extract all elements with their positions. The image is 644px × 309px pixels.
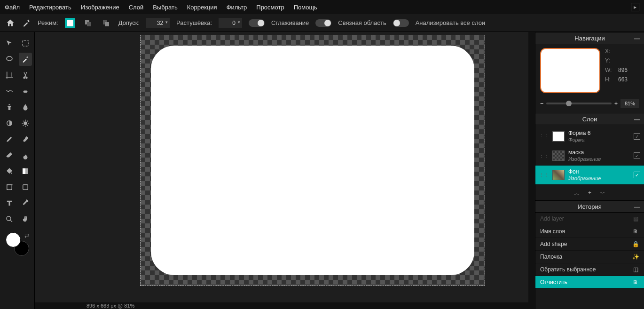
- contiguous-label: Связная область: [338, 19, 386, 26]
- canvas[interactable]: [140, 35, 485, 286]
- clone-tool[interactable]: [3, 101, 16, 114]
- hand-tool[interactable]: [19, 213, 32, 226]
- eyedropper-tool[interactable]: [19, 197, 32, 210]
- visibility-checkbox[interactable]: ✓: [634, 133, 640, 140]
- layers-title: Слои: [582, 116, 597, 123]
- zoom-in-icon[interactable]: +: [614, 100, 618, 107]
- cut-tool[interactable]: [19, 69, 32, 82]
- history-item[interactable]: Add layer▧: [535, 213, 644, 225]
- navigator-thumbnail[interactable]: [540, 48, 600, 93]
- w-label: W:: [605, 67, 614, 73]
- contiguous-toggle[interactable]: [315, 19, 331, 27]
- brush-tool[interactable]: [19, 133, 32, 146]
- svg-point-13: [7, 216, 11, 221]
- mode-add-selection[interactable]: [83, 18, 93, 28]
- history-item[interactable]: Палочка✨: [535, 251, 644, 263]
- menu-layer[interactable]: Слой: [129, 4, 144, 11]
- svg-rect-4: [23, 40, 28, 46]
- history-item[interactable]: Add shape🔒: [535, 238, 644, 251]
- history-label: Add layer: [540, 215, 564, 222]
- tolerance-input[interactable]: [146, 18, 170, 28]
- svg-rect-12: [23, 185, 28, 190]
- pencil-tool[interactable]: [3, 133, 16, 146]
- layer-item[interactable]: ⋮⋮ Форма 6Форма ✓: [535, 127, 644, 146]
- menu-adjust[interactable]: Коррекция: [187, 4, 217, 11]
- all-layers-toggle[interactable]: [393, 19, 409, 27]
- menu-select[interactable]: Выбрать: [153, 4, 177, 11]
- layer-down-icon[interactable]: ﹀: [600, 190, 605, 198]
- zoom-value[interactable]: 81%: [620, 99, 639, 108]
- minimize-icon[interactable]: —: [634, 35, 640, 42]
- menu-view[interactable]: Просмотр: [256, 4, 284, 11]
- swap-colors-icon[interactable]: ⇄: [24, 232, 29, 239]
- blur-tool[interactable]: [19, 101, 32, 114]
- zoom-tool[interactable]: [3, 213, 16, 226]
- zoom-out-icon[interactable]: −: [540, 100, 543, 107]
- layer-up-icon[interactable]: ︿: [574, 190, 580, 198]
- history-item[interactable]: Отчистить🗎: [535, 276, 644, 289]
- layer-name: Фон: [568, 168, 601, 175]
- menu-bar: Файл Редактировать Изображение Слой Выбр…: [0, 0, 644, 14]
- foreground-color[interactable]: [6, 232, 21, 247]
- layer-item[interactable]: ⋮⋮ ФонИзображение ✓: [535, 166, 644, 185]
- gradient-tool[interactable]: [19, 165, 32, 178]
- fill-tool[interactable]: [3, 165, 16, 178]
- transform-tool[interactable]: [3, 181, 16, 194]
- home-icon[interactable]: [6, 18, 15, 28]
- history-item[interactable]: Имя слоя🗎: [535, 225, 644, 238]
- menu-help[interactable]: Помощь: [294, 4, 317, 11]
- layer-item[interactable]: ⋮⋮ маскаИзображение ✓: [535, 146, 644, 166]
- w-value: 896: [618, 67, 628, 73]
- shape-tool[interactable]: [19, 181, 32, 194]
- dodge-tool[interactable]: [3, 117, 16, 130]
- layer-add-icon[interactable]: +: [588, 190, 591, 198]
- mode-new-selection[interactable]: [65, 18, 75, 28]
- history-title: История: [578, 203, 601, 210]
- zoom-slider[interactable]: [546, 103, 612, 104]
- marquee-tool[interactable]: [19, 37, 32, 50]
- color-swatches[interactable]: ⇄: [6, 232, 29, 256]
- wand-tool[interactable]: [19, 53, 32, 66]
- layer-thumbnail[interactable]: [552, 151, 565, 161]
- drag-handle-icon[interactable]: ⋮⋮: [539, 135, 549, 138]
- smudge-tool[interactable]: [19, 149, 32, 162]
- layers-panel-head[interactable]: Слои —: [535, 113, 644, 125]
- visibility-checkbox[interactable]: ✓: [634, 172, 640, 178]
- navigator-panel-head[interactable]: Навигации —: [535, 32, 644, 44]
- lasso-tool[interactable]: [3, 53, 16, 66]
- menu-image[interactable]: Изображение: [81, 4, 119, 11]
- antialias-toggle[interactable]: [249, 19, 265, 27]
- history-panel-head[interactable]: История —: [535, 200, 644, 213]
- layer-name: маска: [568, 149, 601, 156]
- mode-subtract-selection[interactable]: [101, 18, 111, 28]
- liquify-tool[interactable]: [3, 85, 16, 98]
- history-item[interactable]: Обратить выбранное◫: [535, 263, 644, 276]
- feather-label: Растушёвка:: [176, 19, 212, 26]
- layer-thumbnail[interactable]: [552, 170, 565, 180]
- minimize-icon[interactable]: —: [634, 116, 640, 123]
- layer-thumbnail[interactable]: [552, 131, 565, 142]
- collapse-panels-icon[interactable]: ▸: [631, 3, 639, 11]
- svg-rect-1: [87, 22, 91, 26]
- feather-input[interactable]: [219, 18, 242, 28]
- crop-tool[interactable]: [3, 69, 16, 82]
- drag-handle-icon[interactable]: ⋮⋮: [539, 154, 549, 157]
- menu-file[interactable]: Файл: [5, 4, 20, 11]
- drag-handle-icon[interactable]: ⋮⋮: [539, 174, 549, 176]
- menu-filter[interactable]: Фильтр: [227, 4, 247, 11]
- canvas-area[interactable]: 896 x 663 px @ 81%: [35, 32, 535, 309]
- heal-tool[interactable]: [19, 85, 32, 98]
- layer-type: Изображение: [568, 156, 601, 162]
- visibility-checkbox[interactable]: ✓: [634, 152, 640, 159]
- history-label: Отчистить: [540, 279, 567, 285]
- magic-wand-tool-icon[interactable]: [22, 18, 31, 28]
- all-layers-label: Анализировать все слои: [416, 19, 485, 26]
- vertical-scrollbar[interactable]: [528, 32, 535, 302]
- sponge-tool[interactable]: [19, 117, 32, 130]
- move-tool[interactable]: [3, 37, 16, 50]
- menu-edit[interactable]: Редактировать: [29, 4, 71, 11]
- eraser-tool[interactable]: [3, 149, 16, 162]
- type-tool[interactable]: [3, 197, 16, 210]
- minimize-icon[interactable]: —: [634, 203, 640, 210]
- canvas-content: [151, 46, 474, 275]
